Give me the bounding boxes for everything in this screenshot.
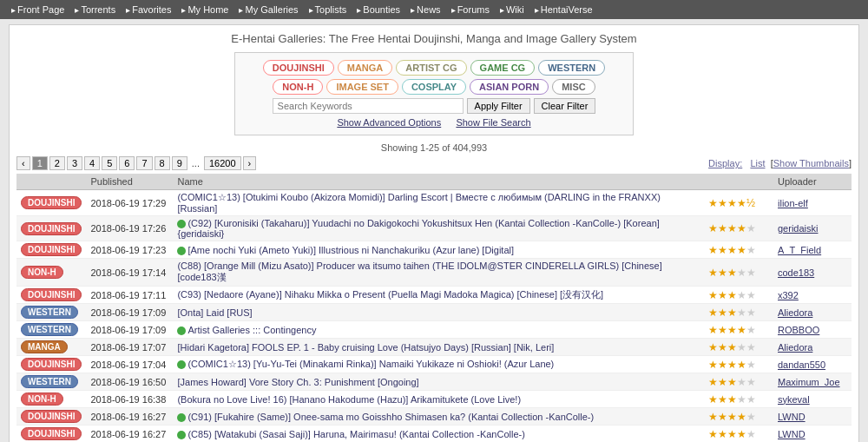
- category-badge[interactable]: DOUJINSHI: [21, 427, 82, 440]
- col-header-uploader: Uploader: [773, 174, 852, 190]
- category-badge[interactable]: DOUJINSHI: [21, 196, 82, 209]
- category-badge[interactable]: WESTERN: [21, 375, 78, 388]
- category-badge[interactable]: NON-H: [21, 266, 63, 279]
- category-badge[interactable]: DOUJINSHI: [21, 410, 82, 423]
- star-rating: ★★★★★: [708, 411, 769, 423]
- gallery-name-link[interactable]: (C93) [Nedaore (Ayane)] Nihaku Mikka o P…: [177, 289, 603, 300]
- gallery-name-link[interactable]: (C88) [Orange Mill (Mizu Asato)] Produce…: [177, 261, 661, 282]
- table-cell-date: 2018-06-19 16:27: [86, 426, 173, 442]
- page-6-btn[interactable]: 6: [119, 156, 135, 170]
- table-cell-rating: ★★★★★: [704, 426, 773, 442]
- nav-item-forums[interactable]: Forums: [447, 3, 494, 16]
- category-badge[interactable]: DOUJINSHI: [21, 358, 82, 371]
- cat-asianporn-btn[interactable]: ASIAN PORN: [470, 79, 549, 95]
- list-view-link[interactable]: List: [750, 158, 765, 168]
- table-cell-uploader: LWND: [773, 408, 852, 426]
- cat-doujinshi-btn[interactable]: DOUJINSHI: [263, 60, 334, 76]
- thumbnails-link[interactable]: Show Thumbnails: [773, 158, 849, 168]
- page-8-btn[interactable]: 8: [155, 156, 170, 170]
- category-badge[interactable]: MANGA: [21, 340, 68, 353]
- gallery-name-link[interactable]: (Bokura no Love Live! 16) [Hanano Hakodu…: [177, 394, 521, 405]
- cat-misc-btn[interactable]: MISC: [552, 79, 595, 95]
- clear-filter-btn[interactable]: Clear Filter: [534, 98, 596, 114]
- nav-item-news[interactable]: News: [406, 3, 445, 16]
- table-row: DOUJINSHI2018-06-19 17:23[Ame nochi Yuki…: [16, 241, 852, 259]
- nav-item-my-galleries[interactable]: My Galleries: [234, 3, 302, 16]
- category-badge[interactable]: DOUJINSHI: [21, 243, 82, 256]
- category-badge[interactable]: WESTERN: [21, 323, 78, 336]
- table-row: DOUJINSHI2018-06-19 16:27(C85) [Watakubi…: [16, 426, 852, 442]
- cat-western-btn[interactable]: WESTERN: [538, 60, 605, 76]
- page-7-btn[interactable]: 7: [136, 156, 152, 170]
- gallery-name-link[interactable]: [Ame nochi Yuki (Ameto Yuki)] Illustriou…: [187, 245, 514, 255]
- prev-page-btn[interactable]: ‹: [16, 156, 30, 170]
- uploader-link[interactable]: x392: [778, 290, 799, 300]
- nav-item-favorites[interactable]: Favorites: [122, 3, 175, 16]
- page-2-btn[interactable]: 2: [49, 156, 65, 170]
- table-header-row: Published Name Uploader: [16, 174, 852, 190]
- gallery-name-link[interactable]: [Hidari Kagetora] FOOLS EP. 1 - Baby cru…: [177, 342, 554, 353]
- uploader-link[interactable]: ilion-elf: [778, 198, 808, 208]
- cat-artistcg-btn[interactable]: ARTIST CG: [396, 60, 466, 76]
- uploader-link[interactable]: dandan550: [778, 360, 825, 370]
- page-1-btn[interactable]: 1: [32, 156, 48, 170]
- gallery-name-link[interactable]: (C91) [Fukahire (Same)] Onee-sama mo Goi…: [187, 412, 594, 422]
- category-row-1: DOUJINSHI MANGA ARTIST CG GAME CG WESTER…: [242, 60, 626, 76]
- gallery-name-link[interactable]: Artist Galleries ::: Contingency: [187, 325, 316, 335]
- page-3-btn[interactable]: 3: [67, 156, 82, 170]
- nav-item-my-home[interactable]: My Home: [177, 3, 233, 16]
- uploader-link[interactable]: Aliedora: [778, 307, 812, 318]
- cat-imageset-btn[interactable]: IMAGE SET: [326, 79, 398, 95]
- filter-box: DOUJINSHI MANGA ARTIST CG GAME CG WESTER…: [234, 52, 634, 135]
- table-cell-date: 2018-06-19 16:27: [86, 408, 173, 426]
- table-cell-cat: NON-H: [16, 391, 86, 408]
- uploader-link[interactable]: A_T_Field: [778, 245, 821, 255]
- table-cell-uploader: LWND: [773, 426, 852, 442]
- col-header-rating: [704, 174, 773, 190]
- nav-item-wiki[interactable]: Wiki: [496, 3, 529, 16]
- uploader-link[interactable]: Aliedora: [778, 342, 812, 353]
- apply-filter-btn[interactable]: Apply Filter: [467, 98, 530, 114]
- new-indicator: [177, 327, 186, 335]
- uploader-link[interactable]: sykeval: [778, 394, 810, 405]
- file-search-link[interactable]: Show File Search: [456, 117, 530, 128]
- category-badge[interactable]: DOUJINSHI: [21, 288, 82, 301]
- uploader-link[interactable]: LWND: [778, 429, 806, 439]
- col-header-name: Name: [173, 174, 704, 190]
- cat-manga-btn[interactable]: MANGA: [338, 60, 393, 76]
- table-cell-cat: WESTERN: [16, 321, 86, 339]
- next-page-btn[interactable]: ›: [243, 156, 257, 170]
- cat-gamecg-btn[interactable]: GAME CG: [470, 60, 536, 76]
- star-rating: ★★★★★: [708, 341, 769, 353]
- search-input[interactable]: [273, 98, 464, 114]
- uploader-link[interactable]: ROBBOO: [778, 325, 819, 335]
- gallery-name-link[interactable]: (COMIC1☆13) [Yu-Yu-Tei (Minakami Rinka)]…: [187, 359, 554, 369]
- gallery-name-link[interactable]: (COMIC1☆13) [Otukimi Koubo (Akizora Momi…: [177, 192, 660, 214]
- page-last-btn[interactable]: 16200: [204, 156, 241, 170]
- gallery-name-link[interactable]: (C85) [Watakubi (Sasai Saji)] Haruna, Ma…: [187, 429, 524, 439]
- table-cell-cat: WESTERN: [16, 373, 86, 391]
- cat-non-h-btn[interactable]: NON-H: [273, 79, 323, 95]
- nav-item-bounties[interactable]: Bounties: [352, 3, 404, 16]
- category-badge[interactable]: NON-H: [21, 393, 63, 406]
- cat-cosplay-btn[interactable]: COSPLAY: [402, 79, 466, 95]
- uploader-link[interactable]: Maximum_Joe: [778, 377, 840, 387]
- nav-item-hentaiverse[interactable]: HentaiVerse: [530, 3, 597, 16]
- page-4-btn[interactable]: 4: [84, 156, 100, 170]
- page-9-btn[interactable]: 9: [172, 156, 187, 170]
- table-cell-date: 2018-06-19 16:50: [86, 373, 173, 391]
- uploader-link[interactable]: geridaiski: [778, 223, 818, 234]
- nav-item-toplists[interactable]: Toplists: [305, 3, 352, 16]
- nav-item-front-page[interactable]: Front Page: [7, 3, 69, 16]
- uploader-link[interactable]: LWND: [778, 412, 806, 422]
- gallery-name-link[interactable]: (C92) [Kuronisiki (Takaharu)] Yuudachi n…: [177, 218, 659, 239]
- gallery-name-link[interactable]: [Onta] Laid [RUS]: [177, 307, 252, 318]
- nav-item-torrents[interactable]: Torrents: [70, 3, 120, 16]
- table-cell-rating: ★★★★★: [704, 287, 773, 304]
- advanced-options-link[interactable]: Show Advanced Options: [337, 117, 441, 128]
- gallery-name-link[interactable]: [James Howard] Vore Story Ch. 3: Punishm…: [177, 377, 418, 387]
- category-badge[interactable]: DOUJINSHI: [21, 222, 82, 235]
- category-badge[interactable]: WESTERN: [21, 306, 78, 319]
- page-5-btn[interactable]: 5: [102, 156, 117, 170]
- uploader-link[interactable]: code183: [778, 267, 814, 278]
